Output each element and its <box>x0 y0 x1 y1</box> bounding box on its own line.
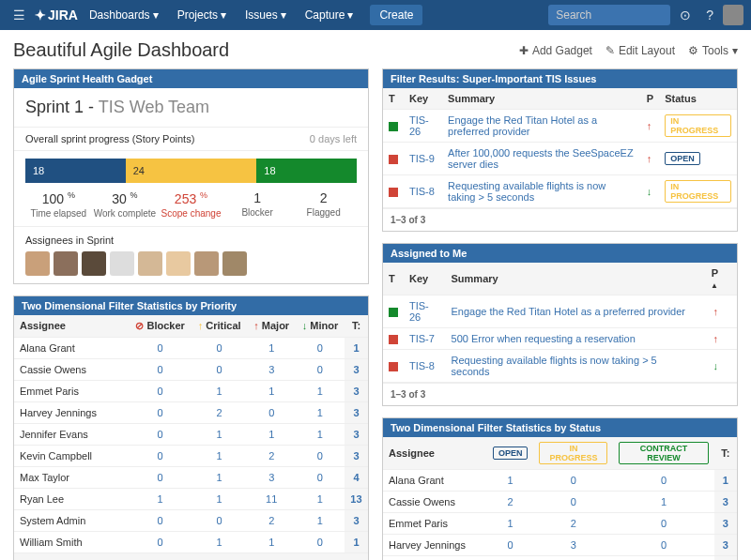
table-row: Jennifer Evans01113 <box>14 423 368 445</box>
top-nav: ☰ ✦ JIRA Dashboards ▾ Projects ▾ Issues … <box>0 0 751 30</box>
priority-stats-gadget: Two Dimensional Filter Statistics by Pri… <box>13 295 369 560</box>
sprint-metrics: 100 %Time elapsed30 %Work complete253 %S… <box>14 183 368 226</box>
issue-row[interactable]: TIS-8Requesting available flights is now… <box>383 175 737 208</box>
table-row: Harvey Jennings02013 <box>14 401 368 423</box>
bug-icon <box>389 155 398 164</box>
search-input[interactable] <box>548 5 670 25</box>
menu-icon[interactable]: ☰ <box>8 8 31 23</box>
table-row: Cassie Owens00303 <box>14 358 368 380</box>
filter-results-gadget: Filter Results: Super-Important TIS Issu… <box>382 68 738 232</box>
help-icon[interactable]: ? <box>700 8 719 23</box>
table-row: System Admin00213 <box>14 509 368 531</box>
edit-layout-button[interactable]: ✎ Edit Layout <box>605 44 675 57</box>
table-row: William Smith01101 <box>14 531 368 552</box>
table-row: Kevin Campbell01203 <box>14 445 368 466</box>
table-row: Cassie Owens2013 <box>383 492 737 513</box>
nav-dashboards[interactable]: Dashboards ▾ <box>82 5 166 25</box>
sprint-title: Sprint 1 - TIS Web Team <box>14 88 368 127</box>
table-row: Emmet Paris01113 <box>14 380 368 401</box>
table-row: Harvey Jennings0303 <box>383 535 737 556</box>
table-row: Alana Grant00101 <box>14 337 368 358</box>
assignees-label: Assignees in Sprint <box>25 235 357 246</box>
gadget-header: Agile Sprint Health Gadget <box>14 69 368 88</box>
nav-projects[interactable]: Projects ▾ <box>170 5 234 25</box>
progress-bar: 18 24 18 <box>25 159 357 183</box>
issue-row[interactable]: TIS-8Requesting available flights is now… <box>383 350 737 383</box>
issue-row[interactable]: TIS-26Engage the Red Titan Hotel as a pr… <box>383 110 737 143</box>
assigned-to-me-gadget: Assigned to Me TKeySummaryP ▲TIS-26Engag… <box>382 243 738 406</box>
status-stats-gadget: Two Dimensional Filter Statistics by Sta… <box>382 417 738 560</box>
issue-row[interactable]: TIS-7500 Error when requesting a reserva… <box>383 328 737 350</box>
bar-yellow: 24 <box>126 159 257 183</box>
issue-row[interactable]: TIS-9After 100,000 requests the SeeSpace… <box>383 143 737 175</box>
bar-blue: 18 <box>25 159 126 183</box>
issue-row[interactable]: TIS-26Engage the Red Titan Hotel as a pr… <box>383 295 737 328</box>
nav-issues[interactable]: Issues ▾ <box>238 5 294 25</box>
tools-menu[interactable]: ⚙ Tools ▾ <box>688 44 738 57</box>
nav-capture[interactable]: Capture ▾ <box>298 5 361 25</box>
table-row: Jennifer Evans0303 <box>383 556 737 560</box>
progress-label: Overall sprint progress (Story Points) <box>25 133 194 144</box>
user-avatar[interactable] <box>723 5 743 25</box>
story-icon <box>389 122 398 131</box>
add-gadget-button[interactable]: ✚ Add Gadget <box>519 44 592 57</box>
status-stats-table: AssigneeOPENIN PROGRESSCONTRACT REVIEWT:… <box>383 437 737 560</box>
table-row: Max Taylor01304 <box>14 466 368 488</box>
table-row: Ryan Lee1111113 <box>14 488 368 509</box>
bar-green: 18 <box>256 159 357 183</box>
assignee-avatars <box>25 251 357 276</box>
notifications-icon[interactable]: ⊙ <box>674 8 697 23</box>
filter-results-table: TKeySummaryPStatusTIS-26Engage the Red T… <box>383 88 737 208</box>
assigned-to-me-table: TKeySummaryP ▲TIS-26Engage the Red Titan… <box>383 263 737 383</box>
days-left: 0 days left <box>310 133 357 144</box>
bug-icon <box>389 362 398 371</box>
table-row: Alana Grant1001 <box>383 470 737 492</box>
sprint-health-gadget: Agile Sprint Health Gadget Sprint 1 - TI… <box>13 68 369 284</box>
jira-logo[interactable]: ✦ JIRA <box>35 8 78 23</box>
bug-icon <box>389 335 398 344</box>
page-header: Beautiful Agile Dashboard ✚ Add Gadget ✎… <box>13 39 738 61</box>
story-icon <box>389 308 398 317</box>
bug-icon <box>389 188 398 197</box>
create-button[interactable]: Create <box>370 5 422 25</box>
priority-stats-table: Assignee⊘ Blocker↑ Critical↑ Major↓ Mino… <box>14 315 368 560</box>
page-title: Beautiful Agile Dashboard <box>13 39 229 61</box>
table-row: Emmet Paris1203 <box>383 513 737 535</box>
